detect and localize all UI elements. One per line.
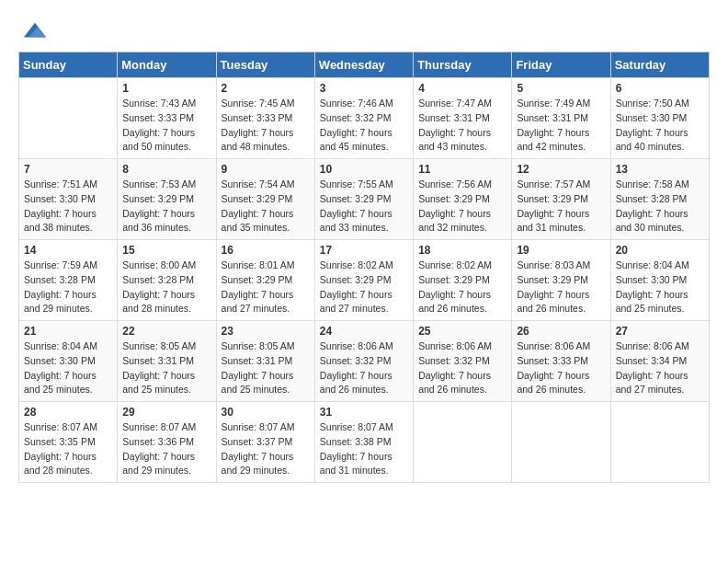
day-info: Sunrise: 7:43 AMSunset: 3:33 PMDaylight:… <box>122 97 210 155</box>
day-info: Sunrise: 7:51 AMSunset: 3:30 PMDaylight:… <box>24 178 112 236</box>
day-info: Sunrise: 7:54 AMSunset: 3:29 PMDaylight:… <box>222 178 310 236</box>
day-number: 12 <box>517 163 605 176</box>
day-number: 30 <box>222 406 310 419</box>
day-number: 4 <box>418 82 506 95</box>
calendar-cell: 22Sunrise: 8:05 AMSunset: 3:31 PMDayligh… <box>118 321 216 402</box>
day-info: Sunrise: 8:04 AMSunset: 3:30 PMDaylight:… <box>616 259 704 316</box>
day-number: 7 <box>24 163 112 176</box>
calendar-cell: 29Sunrise: 8:07 AMSunset: 3:36 PMDayligh… <box>118 402 216 483</box>
calendar-cell: 8Sunrise: 7:53 AMSunset: 3:29 PMDaylight… <box>118 159 216 240</box>
day-number: 14 <box>24 244 112 257</box>
day-info: Sunrise: 8:02 AMSunset: 3:29 PMDaylight:… <box>418 259 506 316</box>
day-number: 18 <box>418 244 506 257</box>
calendar-cell: 17Sunrise: 8:02 AMSunset: 3:29 PMDayligh… <box>314 240 413 321</box>
day-number: 21 <box>24 325 112 338</box>
calendar-cell: 11Sunrise: 7:56 AMSunset: 3:29 PMDayligh… <box>414 159 512 240</box>
calendar-cell: 13Sunrise: 7:58 AMSunset: 3:28 PMDayligh… <box>610 159 709 240</box>
day-number: 19 <box>517 244 605 257</box>
day-number: 23 <box>222 325 310 338</box>
calendar-cell: 9Sunrise: 7:54 AMSunset: 3:29 PMDaylight… <box>216 159 314 240</box>
calendar-cell: 6Sunrise: 7:50 AMSunset: 3:30 PMDaylight… <box>610 78 709 159</box>
day-info: Sunrise: 8:07 AMSunset: 3:37 PMDaylight:… <box>222 420 310 478</box>
calendar-cell: 12Sunrise: 7:57 AMSunset: 3:29 PMDayligh… <box>512 159 610 240</box>
day-of-week-header: Saturday <box>610 52 709 78</box>
day-number: 16 <box>222 244 310 257</box>
logo-text <box>18 18 48 42</box>
calendar-header-row: SundayMondayTuesdayWednesdayThursdayFrid… <box>19 52 710 78</box>
day-info: Sunrise: 8:07 AMSunset: 3:38 PMDaylight:… <box>320 420 408 478</box>
calendar-cell: 27Sunrise: 8:06 AMSunset: 3:34 PMDayligh… <box>610 321 709 402</box>
day-of-week-header: Monday <box>118 52 216 78</box>
calendar-cell: 25Sunrise: 8:06 AMSunset: 3:32 PMDayligh… <box>414 321 512 402</box>
day-info: Sunrise: 8:04 AMSunset: 3:30 PMDaylight:… <box>24 339 112 397</box>
calendar-cell: 26Sunrise: 8:06 AMSunset: 3:33 PMDayligh… <box>512 321 610 402</box>
calendar-cell <box>610 402 709 483</box>
day-number: 5 <box>517 82 605 95</box>
calendar-cell: 5Sunrise: 7:49 AMSunset: 3:31 PMDaylight… <box>512 78 610 159</box>
day-number: 28 <box>24 406 112 419</box>
day-number: 29 <box>122 406 210 419</box>
day-number: 13 <box>616 163 704 176</box>
calendar-week-row: 7Sunrise: 7:51 AMSunset: 3:30 PMDaylight… <box>19 159 710 240</box>
logo-icon <box>22 18 48 44</box>
day-info: Sunrise: 8:06 AMSunset: 3:34 PMDaylight:… <box>616 339 704 397</box>
day-number: 17 <box>320 244 408 257</box>
day-info: Sunrise: 7:59 AMSunset: 3:28 PMDaylight:… <box>24 259 112 316</box>
calendar-cell: 14Sunrise: 7:59 AMSunset: 3:28 PMDayligh… <box>19 240 118 321</box>
day-number: 15 <box>122 244 210 257</box>
day-info: Sunrise: 8:07 AMSunset: 3:36 PMDaylight:… <box>122 420 210 478</box>
calendar-cell: 30Sunrise: 8:07 AMSunset: 3:37 PMDayligh… <box>216 402 314 483</box>
calendar-cell: 2Sunrise: 7:45 AMSunset: 3:33 PMDaylight… <box>216 78 314 159</box>
day-info: Sunrise: 8:05 AMSunset: 3:31 PMDaylight:… <box>222 339 310 397</box>
day-number: 26 <box>517 325 605 338</box>
day-number: 25 <box>418 325 506 338</box>
day-info: Sunrise: 7:53 AMSunset: 3:29 PMDaylight:… <box>122 178 210 236</box>
day-info: Sunrise: 8:07 AMSunset: 3:35 PMDaylight:… <box>24 420 112 478</box>
calendar-cell: 3Sunrise: 7:46 AMSunset: 3:32 PMDaylight… <box>314 78 413 159</box>
calendar-cell: 23Sunrise: 8:05 AMSunset: 3:31 PMDayligh… <box>216 321 314 402</box>
day-number: 20 <box>616 244 704 257</box>
day-info: Sunrise: 7:50 AMSunset: 3:30 PMDaylight:… <box>616 97 704 155</box>
calendar-cell: 31Sunrise: 8:07 AMSunset: 3:38 PMDayligh… <box>314 402 413 483</box>
calendar-week-row: 21Sunrise: 8:04 AMSunset: 3:30 PMDayligh… <box>19 321 710 402</box>
day-of-week-header: Friday <box>512 52 610 78</box>
day-of-week-header: Thursday <box>414 52 512 78</box>
calendar-cell: 28Sunrise: 8:07 AMSunset: 3:35 PMDayligh… <box>19 402 118 483</box>
calendar-week-row: 1Sunrise: 7:43 AMSunset: 3:33 PMDaylight… <box>19 78 710 159</box>
calendar-cell: 20Sunrise: 8:04 AMSunset: 3:30 PMDayligh… <box>610 240 709 321</box>
day-info: Sunrise: 7:55 AMSunset: 3:29 PMDaylight:… <box>320 178 408 236</box>
day-number: 1 <box>122 82 210 95</box>
day-number: 9 <box>222 163 310 176</box>
day-number: 31 <box>320 406 408 419</box>
calendar-cell: 18Sunrise: 8:02 AMSunset: 3:29 PMDayligh… <box>414 240 512 321</box>
calendar-cell: 4Sunrise: 7:47 AMSunset: 3:31 PMDaylight… <box>414 78 512 159</box>
calendar-table: SundayMondayTuesdayWednesdayThursdayFrid… <box>18 52 710 483</box>
day-info: Sunrise: 8:03 AMSunset: 3:29 PMDaylight:… <box>517 259 605 316</box>
calendar-cell: 21Sunrise: 8:04 AMSunset: 3:30 PMDayligh… <box>19 321 118 402</box>
day-number: 11 <box>418 163 506 176</box>
day-info: Sunrise: 7:57 AMSunset: 3:29 PMDaylight:… <box>517 178 605 236</box>
day-info: Sunrise: 7:56 AMSunset: 3:29 PMDaylight:… <box>418 178 506 236</box>
calendar-cell: 10Sunrise: 7:55 AMSunset: 3:29 PMDayligh… <box>314 159 413 240</box>
calendar-cell: 15Sunrise: 8:00 AMSunset: 3:28 PMDayligh… <box>118 240 216 321</box>
day-of-week-header: Wednesday <box>314 52 413 78</box>
calendar-cell: 19Sunrise: 8:03 AMSunset: 3:29 PMDayligh… <box>512 240 610 321</box>
day-of-week-header: Sunday <box>19 52 118 78</box>
day-number: 24 <box>320 325 408 338</box>
day-info: Sunrise: 8:01 AMSunset: 3:29 PMDaylight:… <box>222 259 310 316</box>
day-number: 22 <box>122 325 210 338</box>
day-of-week-header: Tuesday <box>216 52 314 78</box>
calendar-cell: 1Sunrise: 7:43 AMSunset: 3:33 PMDaylight… <box>118 78 216 159</box>
day-number: 3 <box>320 82 408 95</box>
day-number: 8 <box>122 163 210 176</box>
calendar-cell: 16Sunrise: 8:01 AMSunset: 3:29 PMDayligh… <box>216 240 314 321</box>
day-info: Sunrise: 8:06 AMSunset: 3:32 PMDaylight:… <box>320 339 408 397</box>
day-info: Sunrise: 7:49 AMSunset: 3:31 PMDaylight:… <box>517 97 605 155</box>
day-info: Sunrise: 8:06 AMSunset: 3:33 PMDaylight:… <box>517 339 605 397</box>
day-info: Sunrise: 7:45 AMSunset: 3:33 PMDaylight:… <box>222 97 310 155</box>
day-info: Sunrise: 7:58 AMSunset: 3:28 PMDaylight:… <box>616 178 704 236</box>
day-info: Sunrise: 8:02 AMSunset: 3:29 PMDaylight:… <box>320 259 408 316</box>
day-number: 6 <box>616 82 704 95</box>
day-number: 27 <box>616 325 704 338</box>
day-info: Sunrise: 7:46 AMSunset: 3:32 PMDaylight:… <box>320 97 408 155</box>
